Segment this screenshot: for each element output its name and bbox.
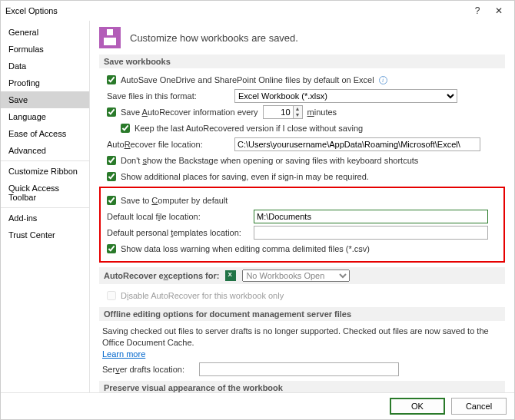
backstage-checkbox[interactable] — [107, 156, 116, 165]
autosave-label: AutoSave OneDrive and SharePoint Online … — [121, 75, 374, 84]
default-templates-label: Default personal templates location: — [107, 228, 249, 237]
default-local-input[interactable] — [254, 210, 488, 223]
sidebar: General Formulas Data Proofing Save Lang… — [1, 21, 90, 392]
sidebar-divider — [1, 207, 89, 208]
sidebar-item-language[interactable]: Language — [1, 108, 89, 125]
footer: OK Cancel — [1, 392, 514, 419]
sidebar-item-trust-center[interactable]: Trust Center — [1, 227, 89, 243]
highlight-box: Save to Computer by default Default loca… — [99, 187, 505, 263]
sidebar-item-ease-of-access[interactable]: Ease of Access — [1, 125, 89, 142]
save-to-computer-label: Save to Computer by default — [121, 196, 228, 205]
ar-location-label: AutoRecover file location: — [107, 140, 230, 149]
disable-ar-checkbox — [107, 291, 116, 300]
cancel-button[interactable]: Cancel — [451, 398, 507, 415]
show-additional-label: Show additional places for saving, even … — [121, 172, 369, 181]
sidebar-divider — [1, 160, 89, 161]
help-button[interactable]: ? — [467, 5, 488, 16]
keep-last-checkbox[interactable] — [121, 124, 130, 133]
disable-ar-label: Disable AutoRecover for this workbook on… — [121, 291, 284, 300]
sidebar-item-save[interactable]: Save — [1, 91, 89, 108]
default-templates-input[interactable] — [254, 226, 488, 240]
sidebar-item-general[interactable]: General — [1, 24, 89, 41]
sidebar-item-advanced[interactable]: Advanced — [1, 142, 89, 159]
section-offline: Offline editing options for document man… — [99, 307, 505, 321]
offline-message: Saving checked out files to server draft… — [102, 326, 489, 347]
sidebar-item-addins[interactable]: Add-ins — [1, 210, 89, 227]
save-to-computer-checkbox[interactable] — [107, 196, 116, 205]
sidebar-item-proofing[interactable]: Proofing — [1, 74, 89, 91]
csv-warning-label: Show data loss warning when editing comm… — [121, 244, 370, 253]
page-title: Customize how workbooks are saved. — [130, 32, 298, 44]
server-drafts-input[interactable] — [199, 362, 399, 376]
save-icon — [99, 27, 121, 48]
autorecover-label: Save AutoRecover information every — [121, 107, 258, 117]
server-drafts-label: Server drafts location: — [102, 365, 194, 374]
spinner-arrows[interactable]: ▲▼ — [294, 105, 303, 119]
csv-warning-checkbox[interactable] — [107, 244, 116, 253]
sidebar-item-qat[interactable]: Quick Access Toolbar — [1, 180, 89, 206]
backstage-label: Don't show the Backstage when opening or… — [121, 156, 418, 165]
section-ar-exceptions: AutoRecover exceptions for: No Workbooks… — [99, 267, 505, 284]
main-panel: Customize how workbooks are saved. Save … — [90, 21, 514, 392]
excel-icon — [225, 270, 236, 281]
minutes-label: minutes — [307, 107, 337, 117]
autorecover-minutes[interactable] — [263, 105, 294, 119]
autosave-checkbox[interactable] — [107, 75, 116, 84]
ar-location-input[interactable] — [234, 137, 480, 151]
save-format-select[interactable]: Excel Workbook (*.xlsx) — [234, 89, 457, 103]
ok-button[interactable]: OK — [390, 398, 445, 415]
learn-more-link[interactable]: Learn more — [102, 349, 145, 359]
sidebar-item-customize-ribbon[interactable]: Customize Ribbon — [1, 163, 89, 180]
sidebar-item-formulas[interactable]: Formulas — [1, 41, 89, 58]
save-format-label: Save files in this format: — [107, 91, 230, 101]
show-additional-checkbox[interactable] — [107, 172, 116, 181]
close-button[interactable]: ✕ — [488, 5, 510, 16]
window-title: Excel Options — [5, 6, 467, 15]
section-save-workbooks: Save workbooks — [99, 55, 505, 68]
autorecover-checkbox[interactable] — [107, 107, 116, 117]
info-icon[interactable]: i — [379, 76, 387, 84]
default-local-label: Default local file location: — [107, 212, 249, 221]
ar-exceptions-select[interactable]: No Workbooks Open — [242, 270, 350, 282]
section-preserve: Preserve visual appearance of the workbo… — [99, 381, 505, 392]
sidebar-item-data[interactable]: Data — [1, 58, 89, 74]
title-bar: Excel Options ? ✕ — [1, 1, 514, 21]
keep-last-label: Keep the last AutoRecovered version if I… — [135, 124, 363, 133]
